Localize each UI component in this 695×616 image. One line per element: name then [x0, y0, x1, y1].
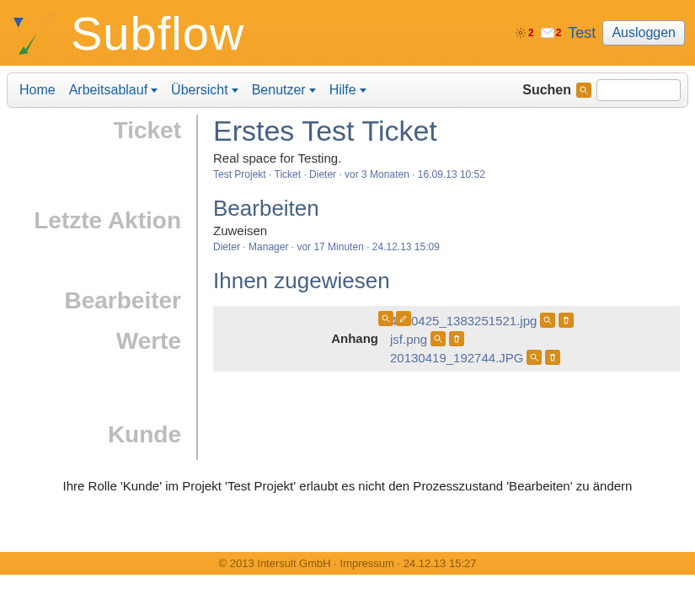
- gear-count: 2: [528, 27, 534, 39]
- chevron-down-icon: [151, 88, 158, 93]
- brand-name: Subflow: [71, 6, 244, 61]
- permission-message: Ihre Rolle 'Kunde' im Projekt 'Test Proj…: [8, 479, 687, 493]
- attachment-list: 4100425_1383251521.jpgjsf.png20130419_19…: [390, 313, 574, 365]
- search-icon: [433, 334, 443, 344]
- header-bar: Subflow 2 2 Test Ausloggen: [0, 0, 695, 66]
- nav-overview[interactable]: Übersicht: [166, 79, 243, 101]
- mail-count: 2: [556, 27, 562, 39]
- search-icon: [579, 85, 589, 95]
- header-right: 2 2 Test Ausloggen: [515, 20, 685, 46]
- svg-point-0: [519, 31, 522, 35]
- mail-notification[interactable]: 2: [541, 27, 562, 39]
- nav-right: Suchen: [522, 79, 681, 101]
- navbar: Home Arbeitsablauf Übersicht Benutzer Hi…: [7, 72, 688, 108]
- nav-workflow-label: Arbeitsablauf: [69, 83, 147, 98]
- attachment-view-button[interactable]: [527, 350, 542, 365]
- detail-column: Erstes Test Ticket Real space for Testin…: [198, 115, 680, 383]
- svg-line-7: [549, 322, 552, 324]
- gear-icon: [515, 27, 527, 39]
- footer: © 2013 Intersult GmbH Impressum 24.12.13…: [0, 552, 695, 575]
- values-block: Anhang 4100425_1383251521.jpgjsf.png2013…: [213, 306, 680, 372]
- ticket-meta-type: Ticket: [269, 169, 301, 180]
- nav-home-label: Home: [19, 83, 56, 98]
- trash-icon: [548, 352, 558, 362]
- last-action-title: Bearbeiten: [213, 196, 680, 222]
- attachment-link[interactable]: 4100425_1383251521.jpg: [390, 313, 537, 328]
- attachment-link[interactable]: jsf.png: [390, 332, 427, 346]
- svg-point-4: [382, 315, 388, 320]
- search-icon: [529, 352, 539, 362]
- search-button[interactable]: [576, 83, 591, 98]
- svg-point-10: [531, 354, 536, 359]
- ticket-meta-time: 16.09.13 10:52: [412, 169, 485, 180]
- values-edit-button[interactable]: [396, 311, 411, 326]
- ticket-block: Erstes Test Ticket Real space for Testin…: [213, 115, 680, 180]
- section-assignee: Bearbeiter: [15, 288, 181, 314]
- last-action-meta-time: 24.12.13 15:09: [366, 241, 440, 253]
- nav-left: Home Arbeitsablauf Übersicht Benutzer Hi…: [14, 79, 372, 101]
- attachment-delete-button[interactable]: [449, 331, 464, 346]
- last-action-meta-role: Manager: [243, 241, 288, 253]
- attachment-item: 4100425_1383251521.jpg: [390, 313, 574, 328]
- username-link[interactable]: Test: [568, 24, 596, 42]
- attachment-item: jsf.png: [390, 331, 574, 346]
- logout-button[interactable]: Ausloggen: [602, 20, 685, 46]
- search-label: Suchen: [522, 83, 571, 98]
- nav-workflow[interactable]: Arbeitsablauf: [64, 79, 163, 101]
- svg-line-9: [440, 340, 442, 343]
- search-icon: [381, 313, 391, 324]
- ticket-description: Real space for Testing.: [213, 151, 680, 165]
- trash-icon: [561, 315, 571, 325]
- values-label: Anhang: [222, 313, 390, 345]
- ticket-meta-user: Dieter: [303, 169, 336, 180]
- chevron-down-icon: [232, 88, 238, 93]
- section-customer: Kunde: [15, 422, 181, 448]
- svg-point-8: [435, 335, 440, 340]
- last-action-meta-user: Dieter: [213, 241, 240, 253]
- nav-help[interactable]: Hilfe: [324, 79, 372, 101]
- ticket-meta-project: Test Projekt: [213, 169, 266, 180]
- last-action-meta: Dieter Manager vor 17 Minuten 24.12.13 1…: [213, 241, 680, 253]
- main-content: Ticket Letzte Aktion Bearbeiter Werte Ku…: [15, 115, 680, 460]
- nav-overview-label: Übersicht: [171, 83, 228, 98]
- nav-help-label: Hilfe: [329, 83, 356, 98]
- attachment-delete-button[interactable]: [545, 350, 560, 365]
- nav-users[interactable]: Benutzer: [247, 79, 321, 101]
- assignee-text: Ihnen zugewiesen: [213, 268, 680, 294]
- chevron-down-icon: [360, 88, 366, 93]
- attachment-item: 20130419_192744.JPG: [390, 350, 574, 365]
- side-labels: Ticket Letzte Aktion Bearbeiter Werte Ku…: [15, 115, 196, 460]
- section-last-action: Letzte Aktion: [15, 208, 181, 234]
- svg-point-2: [580, 87, 585, 92]
- attachment-view-button[interactable]: [540, 313, 555, 328]
- gear-notification[interactable]: 2: [515, 27, 534, 39]
- last-action-meta-age: vor 17 Minuten: [291, 241, 364, 253]
- svg-line-5: [388, 320, 390, 323]
- ticket-title: Erstes Test Ticket: [213, 115, 680, 147]
- footer-copyright: © 2013 Intersult GmbH: [219, 557, 331, 570]
- trash-icon: [452, 334, 462, 344]
- svg-point-6: [544, 317, 549, 322]
- footer-imprint[interactable]: Impressum: [334, 557, 394, 570]
- ticket-meta-age: vor 3 Monaten: [339, 169, 409, 180]
- search-input[interactable]: [596, 79, 681, 101]
- logo[interactable]: Subflow: [10, 6, 244, 61]
- chevron-down-icon: [309, 88, 316, 93]
- mail-icon: [541, 28, 554, 38]
- pencil-icon: [398, 313, 409, 324]
- section-values: Werte: [15, 329, 181, 355]
- footer-time: 24.12.13 15:27: [397, 557, 476, 570]
- assignee-block: Ihnen zugewiesen: [213, 268, 680, 294]
- attachment-view-button[interactable]: [430, 331, 446, 346]
- attachment-link[interactable]: 20130419_192744.JPG: [390, 351, 523, 365]
- values-search-button[interactable]: [378, 311, 393, 326]
- svg-line-11: [536, 359, 538, 362]
- last-action-sub: Zuweisen: [213, 223, 680, 238]
- svg-line-3: [585, 92, 588, 94]
- search-icon: [543, 315, 553, 325]
- values-box: Anhang 4100425_1383251521.jpgjsf.png2013…: [213, 306, 680, 372]
- nav-home[interactable]: Home: [14, 79, 61, 101]
- last-action-block: Bearbeiten Zuweisen Dieter Manager vor 1…: [213, 196, 680, 253]
- attachment-delete-button[interactable]: [559, 313, 574, 328]
- arrows-icon: [10, 6, 64, 60]
